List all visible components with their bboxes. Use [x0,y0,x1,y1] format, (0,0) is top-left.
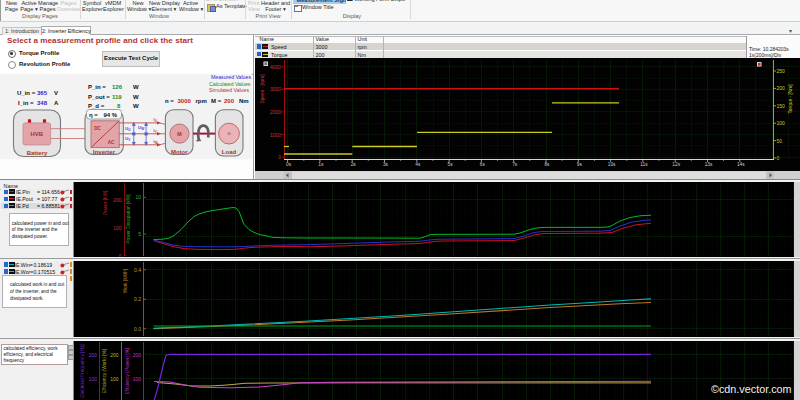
svg-text:200: 200 [777,85,786,91]
svg-text:5: 5 [138,231,141,237]
svg-text:Load: Load [222,149,237,155]
svg-text:DC: DC [94,126,101,131]
svg-text:13s: 13s [705,161,713,166]
svg-text:5s: 5s [448,161,454,166]
svg-text:n =: n = [165,98,174,104]
svg-text:W: W [133,94,139,100]
svg-text:94 %: 94 % [104,112,118,118]
svg-text:1s: 1s [318,161,324,166]
svg-text:10s: 10s [608,161,616,166]
svg-text:©cdn.vector.com: ©cdn.vector.com [711,382,792,394]
svg-text:W: W [141,127,144,131]
svg-text:0: 0 [278,154,281,160]
svg-text:200: 200 [113,197,122,203]
svg-text:0: 0 [777,155,780,161]
svg-text:Torque - [Nm]: Torque - [Nm] [788,84,793,113]
svg-text:Speed - [rpm]: Speed - [rpm] [260,74,265,103]
svg-text:Measured Values: Measured Values [211,74,251,80]
svg-text:I_in =: I_in = [18,100,34,106]
svg-text:Efficiency (Work) [%]: Efficiency (Work) [%] [102,348,107,392]
svg-text:Work [kWh]: Work [kWh] [123,268,128,293]
svg-text:V: V [54,90,58,96]
svg-text:Inverter: Inverter [93,149,116,155]
svg-text:Power Dissipation [kW]: Power Dissipation [kW] [126,194,131,243]
svg-text:Electrical Frequency [Hz]: Electrical Frequency [Hz] [80,344,85,397]
svg-text:200: 200 [110,351,119,357]
svg-text:100: 100 [89,375,98,381]
svg-text:348: 348 [37,100,48,106]
svg-text:12s: 12s [672,161,680,166]
svg-text:100: 100 [777,120,786,126]
svg-text:100: 100 [113,225,122,231]
svg-text:P_in =: P_in = [88,84,106,90]
svg-text:3000: 3000 [270,86,281,92]
svg-text:100: 100 [133,375,142,381]
svg-text:126: 126 [112,84,123,90]
svg-text:AC: AC [108,140,115,145]
svg-text:9s: 9s [577,161,583,166]
svg-text:W: W [133,84,139,90]
svg-text:4000: 4000 [270,63,281,69]
svg-text:10: 10 [135,194,141,200]
svg-text:0.2: 0.2 [134,296,141,302]
svg-text:HVB: HVB [30,131,43,137]
svg-text:3s: 3s [383,161,389,166]
svg-text:2s: 2s [351,161,357,166]
svg-text:200: 200 [89,351,98,357]
svg-text:11s: 11s [640,161,648,166]
svg-text:Battery: Battery [27,150,48,156]
svg-text:0.0: 0.0 [134,325,141,331]
svg-text:3000: 3000 [178,98,192,104]
svg-text:4s: 4s [415,161,421,166]
svg-text:V: V [155,130,157,134]
svg-text:365: 365 [37,90,48,96]
svg-text:250: 250 [777,68,786,74]
svg-text:200: 200 [224,98,235,104]
svg-text:8s: 8s [544,161,550,166]
svg-text:M =: M = [211,98,222,104]
svg-text:G: G [227,131,230,136]
svg-text:50: 50 [777,137,783,143]
svg-text:η =: η = [89,112,98,118]
svg-text:6s: 6s [480,161,486,166]
svg-text:100: 100 [110,375,119,381]
svg-text:0s: 0s [286,161,292,166]
svg-text:200: 200 [133,351,142,357]
svg-text:Simulated Values: Simulated Values [209,87,249,93]
svg-text:0.4: 0.4 [134,266,141,272]
svg-text:W: W [155,141,158,145]
svg-text:150: 150 [777,102,786,108]
svg-text:U: U [155,119,157,123]
svg-text:A: A [54,100,59,106]
svg-text:Efficiency (Power) [%]: Efficiency (Power) [%] [125,347,130,394]
svg-text:Motor: Motor [171,149,188,155]
svg-text:Power [kW]: Power [kW] [103,191,108,216]
svg-text:14s: 14s [737,161,745,166]
svg-text:Calculated Values: Calculated Values [209,81,251,87]
svg-text:2000: 2000 [270,108,281,114]
svg-text:Nm: Nm [239,98,249,104]
svg-text:U_in =: U_in = [17,90,36,96]
svg-text:M: M [177,131,182,137]
svg-text:P_d =: P_d = [88,103,105,109]
svg-text:119: 119 [112,94,122,100]
svg-text:rpm: rpm [196,98,207,104]
svg-text:1000: 1000 [270,131,281,137]
svg-text:7s: 7s [512,161,518,166]
svg-text:P_out =: P_out = [88,94,110,100]
svg-text:W: W [133,103,139,109]
